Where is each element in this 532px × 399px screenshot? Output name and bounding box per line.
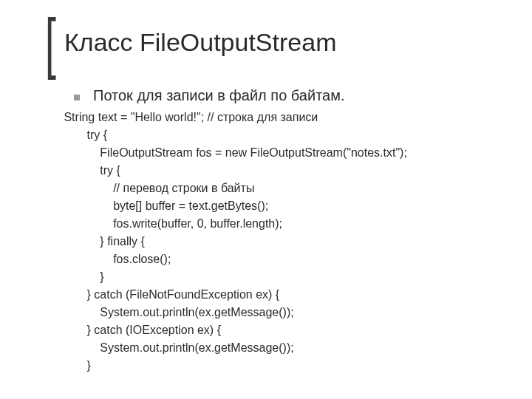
slide: [ Класс FileOutputStream Поток для запис… bbox=[0, 0, 532, 399]
bracket-decoration: [ bbox=[45, 19, 56, 66]
bullet-item: Поток для записи в файл по байтам. bbox=[74, 87, 502, 104]
slide-body: Поток для записи в файл по байтам. Strin… bbox=[41, 87, 502, 375]
square-bullet-icon bbox=[74, 95, 80, 100]
code-block: String text = "Hello world!"; // строка … bbox=[61, 109, 502, 375]
bullet-text: Поток для записи в файл по байтам. bbox=[93, 87, 345, 104]
slide-title: Класс FileOutputStream bbox=[64, 28, 336, 57]
title-area: [ Класс FileOutputStream bbox=[41, 21, 502, 68]
